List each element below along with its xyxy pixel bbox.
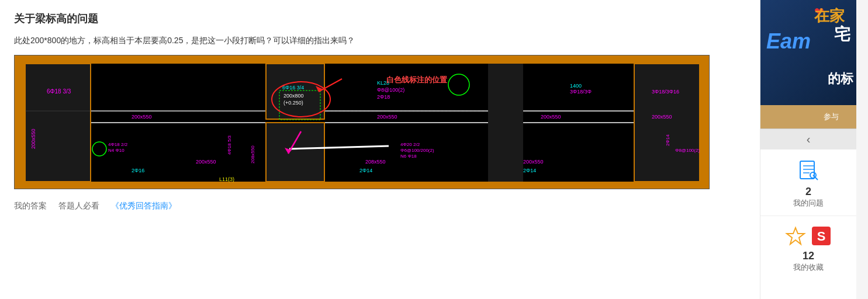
- svg-rect-1: [15, 55, 710, 64]
- banner-de-biao-text: 的标: [828, 70, 853, 88]
- svg-text:(+0.250): (+0.250): [283, 100, 303, 106]
- svg-text:3Φ18/3Φ: 3Φ18/3Φ: [570, 89, 592, 95]
- sidebar-arrow-button[interactable]: ‹: [760, 128, 856, 150]
- question-body: 此处200*800的地方，标高相当于本层要高0.25，是把这一小段打断吗？可以详…: [14, 34, 746, 47]
- svg-text:200x550: 200x550: [30, 129, 36, 150]
- svg-text:4Φ18 2/2: 4Φ18 2/2: [108, 142, 128, 147]
- svg-text:208x550: 208x550: [250, 145, 255, 164]
- cad-image: 6Φ18 3/3 200x550 200x550 200x550 200x550…: [14, 55, 710, 189]
- svg-text:L11(3): L11(3): [219, 176, 234, 182]
- sidebar-participate: 参与: [760, 105, 856, 128]
- document-icon: [797, 159, 820, 182]
- my-collections-label: 我的收藏: [793, 262, 824, 273]
- main-content: 关于梁标高的问题 此处200*800的地方，标高相当于本层要高0.25，是把这一…: [0, 0, 760, 299]
- svg-text:6Φ16 3/4: 6Φ16 3/4: [282, 85, 304, 91]
- star-icon: [785, 225, 806, 246]
- svg-text:2Φ16: 2Φ16: [132, 168, 144, 173]
- svg-text:6Φ18 3/3: 6Φ18 3/3: [47, 88, 71, 95]
- svg-text:200x800: 200x800: [283, 93, 304, 99]
- s-brand-icon: S: [811, 225, 832, 246]
- left-arrow-icon: ‹: [807, 133, 811, 146]
- svg-rect-10: [488, 64, 523, 182]
- banner-eam-text: Eam: [766, 29, 811, 54]
- svg-rect-4: [700, 55, 710, 189]
- question-title: 关于梁标高的问题: [14, 12, 746, 26]
- svg-rect-2: [15, 182, 710, 189]
- svg-text:2Φ14: 2Φ14: [359, 168, 372, 173]
- svg-text:208x550: 208x550: [365, 159, 386, 165]
- svg-text:200x550: 200x550: [523, 159, 544, 165]
- svg-rect-11: [634, 64, 700, 182]
- svg-text:N4 Φ10: N4 Φ10: [108, 148, 125, 153]
- svg-text:200x550: 200x550: [541, 114, 561, 120]
- bottom-links: 我的答案 答题人必看 《优秀回答指南》: [14, 201, 746, 211]
- excellent-guide-link[interactable]: 《优秀回答指南》: [111, 201, 177, 211]
- svg-text:200x550: 200x550: [652, 114, 672, 120]
- sidebar-banner: ❤ 在家 宅 的标 Eam: [760, 0, 856, 105]
- svg-text:Φ6@100/200(2): Φ6@100/200(2): [400, 148, 434, 153]
- svg-rect-7: [25, 64, 91, 182]
- svg-rect-3: [15, 55, 25, 189]
- svg-text:白色线标注的位置: 白色线标注的位置: [386, 75, 448, 84]
- my-collections-count: 12: [803, 250, 814, 262]
- my-questions-label: 我的问题: [793, 198, 824, 208]
- banner-jia-text: 宅: [834, 23, 850, 46]
- my-questions-count: 2: [805, 186, 811, 198]
- collections-icons: S: [785, 225, 832, 246]
- svg-text:200x550: 200x550: [132, 114, 152, 120]
- svg-text:2Φ18: 2Φ18: [377, 94, 390, 100]
- svg-text:4Φ20 2/2: 4Φ20 2/2: [400, 142, 420, 147]
- answerer-must-read-link[interactable]: 答题人必看: [58, 201, 99, 211]
- svg-text:4Φ18 5/3: 4Φ18 5/3: [227, 135, 232, 155]
- svg-text:200x550: 200x550: [196, 159, 216, 165]
- my-answer-link[interactable]: 我的答案: [14, 201, 47, 211]
- svg-text:2Φ14: 2Φ14: [665, 134, 670, 146]
- svg-text:Φ8@100(2): Φ8@100(2): [675, 148, 700, 153]
- svg-text:3Φ18/3Φ16: 3Φ18/3Φ16: [652, 89, 679, 95]
- svg-rect-9: [266, 123, 324, 182]
- svg-text:N6 Φ18: N6 Φ18: [400, 154, 417, 159]
- sidebar-item-questions: 2 我的问题: [760, 150, 856, 216]
- svg-marker-62: [787, 228, 804, 244]
- svg-text:1400: 1400: [570, 83, 582, 89]
- sidebar-item-collections: S 12 我的收藏: [760, 216, 856, 280]
- svg-text:2Φ14: 2Φ14: [523, 168, 536, 173]
- participate-text[interactable]: 参与: [824, 112, 839, 122]
- svg-text:200x550: 200x550: [377, 114, 397, 120]
- svg-text:S: S: [817, 229, 826, 244]
- svg-text:Φ8@100(2): Φ8@100(2): [377, 87, 404, 93]
- sidebar: ❤ 在家 宅 的标 Eam 参与 ‹ 2 我的问题: [760, 0, 856, 299]
- svg-rect-56: [800, 161, 814, 179]
